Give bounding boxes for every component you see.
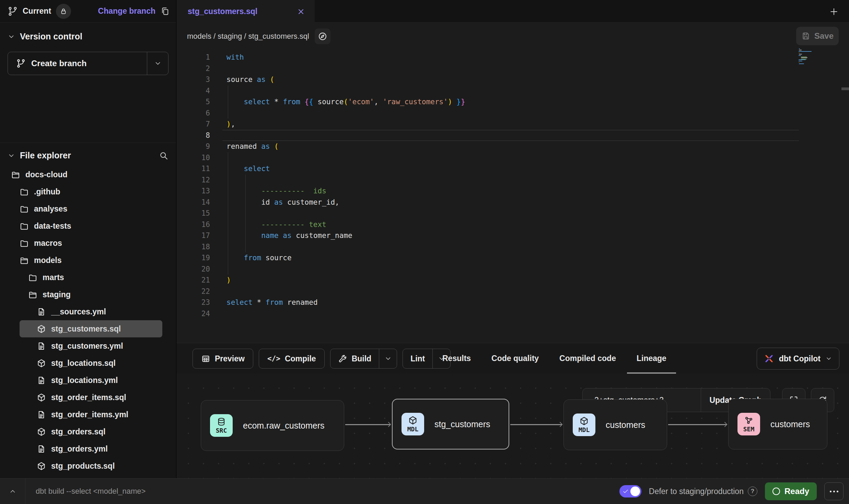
folder-icon — [28, 273, 37, 282]
code-line[interactable] — [222, 108, 799, 119]
lineage-node-ecom.raw_customers[interactable]: SRCecom.raw_customers — [201, 400, 344, 451]
build-button[interactable]: Build — [330, 349, 379, 368]
code-token: from — [244, 254, 261, 262]
code-line[interactable]: with — [222, 52, 799, 63]
tree-item-label: stg_customers.yml — [51, 341, 123, 351]
create-branch-dropdown[interactable] — [147, 52, 168, 75]
close-icon[interactable] — [297, 8, 305, 16]
version-control-header[interactable]: Version control — [8, 32, 168, 41]
tree-item[interactable]: stg_order_items.yml — [8, 406, 168, 423]
code-token: source — [261, 254, 292, 262]
code-line[interactable]: ), — [222, 119, 799, 130]
code-line[interactable] — [222, 63, 799, 74]
code-line[interactable] — [222, 264, 799, 275]
code-line[interactable]: select * from renamed — [222, 297, 799, 308]
tab-stg-customers[interactable]: stg_customers.sql — [177, 0, 315, 23]
overflow-menu-button[interactable] — [824, 482, 844, 500]
code-line[interactable]: source as ( — [222, 74, 799, 85]
code-line[interactable] — [222, 208, 799, 219]
tree-item[interactable]: stg_customers.yml — [8, 337, 168, 355]
save-button[interactable]: Save — [796, 27, 839, 45]
tree-item[interactable]: docs-cloud — [8, 166, 168, 183]
code-line[interactable]: ---------- ids — [222, 185, 799, 197]
lineage-canvas[interactable]: 2+stg_customers+2 Update Graph SRCecom.r… — [177, 374, 849, 478]
plus-icon — [829, 7, 838, 16]
code-line[interactable] — [222, 85, 799, 97]
defer-toggle[interactable] — [619, 485, 641, 497]
code-token: renamed — [226, 142, 261, 151]
preview-button[interactable]: Preview — [193, 349, 253, 369]
code-line[interactable] — [222, 175, 799, 186]
line-number: 5 — [177, 96, 222, 108]
code-line[interactable]: ) — [222, 275, 799, 286]
build-dropdown[interactable] — [379, 349, 397, 368]
badge-label: SEM — [743, 425, 755, 433]
create-branch-main[interactable]: Create branch — [8, 52, 147, 75]
new-tab-button[interactable] — [827, 5, 841, 19]
tab-code-quality[interactable]: Code quality — [491, 343, 539, 374]
tree-item[interactable]: stg_orders.sql — [8, 423, 168, 440]
file-icon — [37, 444, 46, 454]
file-icon — [37, 307, 46, 316]
tab-results[interactable]: Results — [442, 343, 472, 374]
tree-item[interactable]: stg_order_items.sql — [8, 389, 168, 406]
code-editor[interactable]: 123456789101112131415161718192021222324 … — [177, 50, 849, 343]
code-line[interactable]: select — [222, 163, 799, 175]
minimap-line — [799, 59, 806, 60]
tree-item[interactable]: __sources.yml — [8, 303, 168, 320]
line-number: 9 — [177, 141, 222, 152]
code-line[interactable]: from source — [222, 252, 799, 264]
code-line[interactable]: id as customer_id, — [222, 197, 799, 208]
code-line[interactable]: name as customer_name — [222, 230, 799, 241]
lint-button[interactable]: Lint — [403, 349, 432, 368]
code-token: as — [274, 198, 287, 206]
file-explorer-header[interactable]: File explorer — [8, 151, 168, 160]
branch-header: Current Change branch — [0, 0, 176, 23]
copilot-compass-button[interactable] — [315, 28, 330, 44]
tab-compiled-code[interactable]: Compiled code — [559, 343, 617, 374]
tree-item[interactable]: marts — [8, 269, 168, 286]
code-pane[interactable]: withsource as ( select * from {{ source(… — [222, 50, 849, 343]
minimap-line — [799, 61, 802, 61]
tree-item[interactable]: analyses — [8, 200, 168, 217]
collapse-command-bar-button[interactable] — [0, 479, 25, 504]
code-line[interactable]: renamed as ( — [222, 141, 799, 152]
badge-label: MDL — [407, 425, 419, 433]
tree-item[interactable]: stg_orders.yml — [8, 440, 168, 457]
tree-item[interactable]: stg_locations.yml — [8, 372, 168, 389]
code-line[interactable]: ---------- text — [222, 219, 799, 230]
code-line[interactable] — [222, 308, 799, 320]
build-button-group: Build — [330, 349, 397, 369]
code-token: ) — [226, 276, 231, 284]
lineage-node-stg_customers[interactable]: MDLstg_customers — [392, 399, 509, 449]
code-line[interactable] — [222, 286, 799, 297]
code-line[interactable]: select * from {{ source('ecom', 'raw_cus… — [222, 96, 799, 108]
change-branch-link[interactable]: Change branch — [98, 7, 155, 16]
compile-button[interactable]: </> Compile — [259, 349, 325, 369]
code-line[interactable] — [222, 152, 799, 164]
code-line[interactable] — [222, 130, 799, 141]
tree-item[interactable]: .github — [8, 183, 168, 200]
dbt-copilot-button[interactable]: dbt Copilot — [757, 348, 839, 370]
lineage-node-customers[interactable]: MDLcustomers — [563, 399, 667, 450]
code-token — [226, 98, 244, 106]
folder-icon — [20, 239, 29, 248]
tree-item[interactable]: data-tests — [8, 217, 168, 235]
create-branch-button[interactable]: Create branch — [8, 52, 168, 75]
lineage-node-customers[interactable]: SEMcustomers — [728, 399, 827, 449]
copy-icon[interactable] — [160, 7, 170, 16]
tree-item[interactable]: stg_products.sql — [8, 457, 168, 475]
tree-item[interactable]: models — [8, 252, 168, 269]
tree-item[interactable]: macros — [8, 235, 168, 252]
help-icon[interactable]: ? — [748, 487, 757, 496]
tree-item[interactable]: stg_locations.sql — [8, 355, 168, 372]
create-branch-label: Create branch — [31, 59, 86, 68]
tree-item[interactable]: stg_customers.sql — [20, 320, 162, 337]
preview-label: Preview — [215, 354, 245, 363]
command-input[interactable]: dbt build --select <model_name> — [36, 479, 146, 504]
tab-lineage[interactable]: Lineage — [636, 343, 667, 374]
code-line[interactable] — [222, 241, 799, 253]
search-icon[interactable] — [159, 151, 168, 160]
tree-item[interactable]: staging — [8, 286, 168, 303]
ide-status-button[interactable]: Ready — [765, 482, 817, 500]
